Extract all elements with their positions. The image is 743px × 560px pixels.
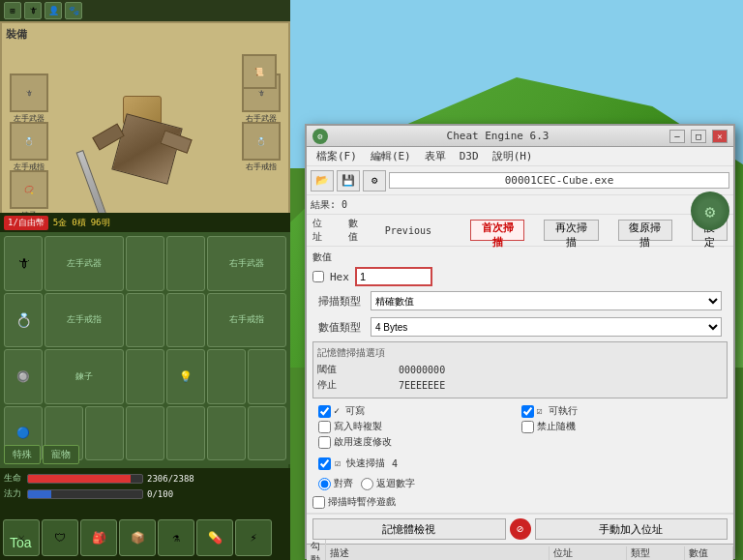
bottom-icon-3[interactable]: 🎒 [80,519,117,556]
radio-hex-input[interactable] [361,478,373,490]
toolbar-save-btn[interactable]: 💾 [337,170,360,192]
menu-help[interactable]: 說明(H) [487,147,539,165]
hp-bar-fill [28,475,131,483]
write-on-copy-label: 寫入時複製 [334,420,382,433]
checkbox-section: ✓ 可寫 ☑ 可執行 寫入時複製 禁止隨機 啟用速度修改 [312,401,728,452]
cheat-engine-window: ⚙ Cheat Engine 6.3 — □ ✕ 檔案(F) 編輯(E) 表單 … [305,124,735,559]
ce-table-header: 勾動 描述 位址 類型 數值 [307,545,733,560]
right-ring-action[interactable]: 右手戒指 [207,293,286,348]
radio-align-input[interactable] [318,478,331,490]
action-btn-4[interactable]: 💍 [4,293,43,348]
radio-hex-label: 返迴數字 [376,477,415,490]
toolbar-icon-3[interactable]: 👤 [45,2,62,19]
scan-type-label-1: 掃描類型 [318,294,367,309]
top-toolbar: ⊞ 🗡 👤 🐾 [0,0,290,21]
add-addr-btn[interactable]: 手動加入位址 [535,518,728,540]
gold-badge: 1/自由幣 [4,216,48,230]
value-input[interactable] [355,267,432,286]
bottom-icon-5[interactable]: ⚗ [158,519,194,556]
fixed-btn[interactable]: 寵物 [43,445,79,464]
right-ring-label: 右手戒指 [246,162,277,172]
pause-checkbox[interactable] [312,496,325,509]
bottom-icon-2[interactable]: 🛡 [42,519,78,556]
right-ring-slot[interactable]: 💍 右手戒指 [242,122,281,161]
left-weapon-action[interactable]: 左手武器 [45,236,124,291]
col-desc-label: 描述 [326,546,550,560]
first-scan-btn[interactable]: 首次掃描 [470,220,524,241]
threshold-label: 閾值 [317,363,395,376]
equipment-label: 裝備 [6,27,27,42]
executable-label: ☑ 可執行 [537,404,578,418]
menu-edit[interactable]: 編輯(E) [365,147,417,165]
toolbar-open-btn[interactable]: 📂 [311,170,334,192]
character-sprite [89,91,205,207]
toolbar-icon-4[interactable]: 🐾 [65,2,82,19]
stop-value: 7EEEEEEE [399,380,445,391]
write-on-copy-checkbox-item: 寫入時複製 [318,420,520,433]
toolbar-settings-btn[interactable]: ⚙ [363,170,386,192]
menu-d3d[interactable]: D3D [454,148,485,164]
writable-checkbox-item: ✓ 可寫 [318,404,520,418]
memory-preview-btn[interactable]: 記憶體檢視 [312,518,506,540]
tokens-count: 96明 [91,217,110,229]
ce-menubar: 檔案(F) 編輯(E) 表單 D3D 說明(H) [307,147,733,166]
writable-checkbox[interactable] [318,405,331,418]
bottom-icon-4[interactable]: 📦 [119,519,156,556]
hex-checkbox[interactable] [312,271,324,282]
radio-align-label: 對齊 [334,477,353,490]
stats-section: 生命 2306/2388 法力 0/100 [0,468,290,516]
action-btn-1[interactable]: 🗡 [4,236,43,291]
bottom-icon-6[interactable]: 💊 [196,519,233,556]
process-label: 00001CEC-Cube.exe [389,172,729,189]
stop-icon[interactable]: ⊘ [510,518,531,540]
scan-type-select-2[interactable]: 4 Bytes [371,317,722,337]
stop-random-checkbox[interactable] [521,421,534,433]
equipment-section: 裝備 🗡 左手武器 🗡 右手武器 💍 左手戒指 💍 右手戒指 [0,21,290,244]
special-btn[interactable]: 特殊 [4,445,41,464]
points-count: 0積 [72,217,85,229]
executable-checkbox[interactable] [521,405,534,418]
col-type-label: 類型 [627,546,685,560]
menu-table[interactable]: 表單 [419,147,452,165]
left-weapon-slot[interactable]: 🗡 左手武器 [10,74,48,112]
left-ring-slot[interactable]: 💍 左手戒指 [10,122,48,161]
ce-addr-header: 結果: 0 [307,195,733,215]
fast-scan-label: ☑ 快速掃描 [335,457,385,470]
action-btn-5[interactable] [126,293,164,348]
hp-bar-bg [27,474,143,484]
right-weapon-action[interactable]: 右手武器 [207,236,286,291]
bottom-icon-7[interactable]: ⚡ [235,519,272,556]
ce-app-icon: ⚙ [312,129,328,144]
action-btn-7[interactable]: 🔘 [4,349,43,404]
action-btn-6[interactable] [166,293,205,348]
close-button[interactable]: ✕ [712,130,728,143]
action-btn-11[interactable] [248,349,286,404]
toolbar-icon-2[interactable]: 🗡 [24,2,42,19]
next-scan-btn[interactable]: 再次掃描 [544,220,598,241]
left-ring-action[interactable]: 左手戒指 [45,293,124,348]
col-value-label: 數值 [348,217,365,244]
speed-mod-checkbox[interactable] [318,436,331,449]
write-on-copy-checkbox[interactable] [318,421,331,433]
menu-file[interactable]: 檔案(F) [311,147,363,165]
character-area [50,72,244,226]
action-btn-9[interactable]: 💡 [166,349,205,404]
undo-scan-btn[interactable]: 復原掃描 [618,220,672,241]
action-btn-2[interactable] [126,236,164,291]
minimize-button[interactable]: — [669,130,685,143]
scan-type-select-1[interactable]: 精確數值 [371,291,722,310]
mp-bar-fill [28,490,51,498]
scroll-icon[interactable]: 📜 [242,54,277,89]
scan-options-title: 記憶體掃描選項 [317,346,723,360]
bottom-labels: 特殊 寵物 [0,443,290,466]
hex-label: Hex [330,271,349,283]
fast-scan-checkbox[interactable] [318,457,331,470]
action-btn-10[interactable] [207,349,246,404]
necklace-action[interactable]: 鍊子 [45,349,124,404]
executable-checkbox-item: ☑ 可執行 [521,404,723,418]
action-btn-3[interactable] [166,236,205,291]
action-btn-8[interactable] [126,349,164,404]
toolbar-icon-1[interactable]: ⊞ [4,2,21,19]
maximize-button[interactable]: □ [691,130,706,143]
necklace-slot[interactable]: 📿 鍊子 [10,170,48,209]
